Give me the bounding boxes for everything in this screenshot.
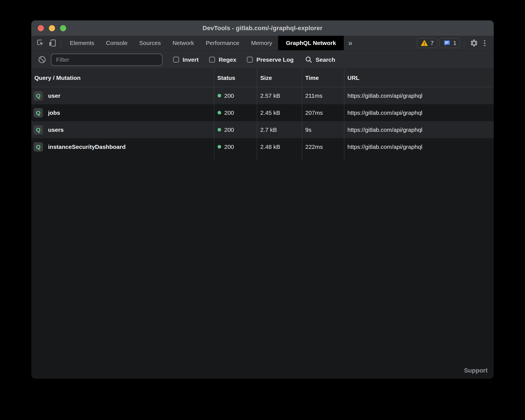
query-type-badge: Q: [34, 91, 43, 101]
status-code: 200: [224, 127, 234, 133]
issues-badge[interactable]: 1: [440, 38, 460, 48]
request-size: 2.7 kB: [257, 127, 302, 133]
search-icon: [305, 56, 313, 64]
gear-icon: [470, 39, 478, 47]
tab-label: Console: [106, 40, 128, 46]
table-row[interactable]: Q users 200 2.7 kB 9s https://gitlab.com…: [31, 121, 494, 138]
inspect-element-button[interactable]: [35, 37, 46, 49]
regex-checkbox[interactable]: Regex: [209, 56, 236, 63]
tab-label: Sources: [139, 40, 161, 46]
request-size: 2.45 kB: [257, 109, 302, 116]
checkbox-box: [247, 57, 253, 63]
tab-memory[interactable]: Memory: [245, 36, 278, 50]
status-ok-dot: [218, 111, 221, 114]
request-url: https://gitlab.com/api/graphql: [344, 92, 494, 99]
request-name: users: [48, 127, 64, 133]
request-url: https://gitlab.com/api/graphql: [344, 127, 494, 133]
warnings-count: 7: [431, 40, 434, 46]
tab-label: Elements: [70, 40, 94, 46]
status-code: 200: [224, 144, 234, 150]
more-tabs-button[interactable]: »: [344, 36, 357, 50]
request-name: user: [48, 92, 60, 99]
request-time: 9s: [302, 127, 344, 133]
tab-graphql-network[interactable]: GraphQL Network: [278, 36, 344, 50]
device-toolbar-icon: [48, 39, 57, 47]
maximize-window-button[interactable]: [60, 25, 66, 31]
status-code: 200: [224, 92, 234, 99]
checkbox-label: Preserve Log: [256, 56, 293, 63]
issues-count: 1: [453, 40, 456, 46]
more-options-button[interactable]: [480, 37, 489, 49]
minimize-window-button[interactable]: [49, 25, 55, 31]
network-filterbar: Invert Regex Preserve Log Search: [31, 50, 494, 69]
query-type-badge: Q: [34, 108, 43, 118]
support-link[interactable]: Support: [464, 367, 488, 374]
tab-console[interactable]: Console: [100, 36, 133, 50]
search-toggle[interactable]: Search: [305, 56, 335, 64]
tab-sources[interactable]: Sources: [133, 36, 167, 50]
tab-elements[interactable]: Elements: [64, 36, 100, 50]
column-header-query-mutation[interactable]: Query / Mutation: [31, 75, 214, 81]
query-type-badge: Q: [34, 142, 43, 152]
window-title: DevTools - gitlab.com/-/graphql-explorer: [202, 25, 322, 32]
tab-network[interactable]: Network: [167, 36, 200, 50]
request-name: instanceSecurityDashboard: [48, 144, 126, 150]
status-ok-dot: [218, 94, 221, 97]
request-name: jobs: [48, 109, 60, 116]
table-header-row: Query / Mutation Status Size Time URL: [31, 69, 494, 87]
inspect-cursor-icon: [36, 39, 45, 47]
chevron-double-icon: »: [348, 39, 352, 47]
devtools-tabbar: Elements Console Sources Network Perform…: [31, 36, 494, 50]
device-toolbar-button[interactable]: [46, 37, 58, 49]
invert-checkbox[interactable]: Invert: [173, 56, 199, 63]
checkbox-label: Invert: [183, 56, 199, 63]
tab-performance[interactable]: Performance: [200, 36, 245, 50]
request-url: https://gitlab.com/api/graphql: [344, 109, 494, 116]
status-ok-dot: [218, 128, 221, 132]
table-row[interactable]: Q instanceSecurityDashboard 200 2.48 kB …: [31, 138, 494, 155]
block-icon: [38, 55, 46, 64]
tab-label: Network: [173, 40, 194, 46]
query-type-badge: Q: [34, 125, 43, 135]
preserve-log-checkbox[interactable]: Preserve Log: [247, 56, 293, 63]
toolbar-divider: [464, 39, 464, 47]
tab-label: Performance: [206, 40, 239, 46]
issues-bubble-icon: [443, 39, 451, 47]
checkbox-box: [209, 57, 215, 63]
titlebar: DevTools - gitlab.com/-/graphql-explorer: [31, 20, 494, 36]
clear-requests-button[interactable]: [37, 54, 47, 65]
tab-label: GraphQL Network: [286, 40, 336, 46]
checkbox-label: Regex: [219, 56, 236, 63]
request-url: https://gitlab.com/api/graphql: [344, 144, 494, 150]
traffic-lights: [38, 20, 66, 36]
request-time: 211ms: [302, 92, 344, 99]
warnings-badge[interactable]: 7: [417, 38, 437, 48]
checkbox-box: [173, 57, 179, 63]
column-header-url[interactable]: URL: [344, 75, 494, 81]
request-time: 207ms: [302, 109, 344, 116]
filter-input[interactable]: [51, 54, 163, 66]
kebab-menu-icon: [481, 39, 489, 47]
table-row[interactable]: Q jobs 200 2.45 kB 207ms https://gitlab.…: [31, 104, 494, 121]
request-size: 2.57 kB: [257, 92, 302, 99]
request-size: 2.48 kB: [257, 144, 302, 150]
warning-triangle-icon: [421, 39, 428, 47]
request-time: 222ms: [302, 144, 344, 150]
column-header-size[interactable]: Size: [257, 75, 302, 81]
status-ok-dot: [218, 145, 221, 149]
toolbar-divider: [61, 39, 61, 47]
close-window-button[interactable]: [38, 25, 44, 31]
status-code: 200: [224, 109, 234, 116]
column-header-status[interactable]: Status: [214, 75, 257, 81]
search-label: Search: [316, 56, 335, 63]
devtools-window: DevTools - gitlab.com/-/graphql-explorer…: [31, 20, 494, 379]
settings-button[interactable]: [468, 37, 480, 49]
table-row[interactable]: Q user 200 2.57 kB 211ms https://gitlab.…: [31, 87, 494, 104]
column-header-time[interactable]: Time: [302, 75, 344, 81]
requests-table: Query / Mutation Status Size Time URL Q …: [31, 69, 494, 379]
tab-label: Memory: [251, 40, 272, 46]
